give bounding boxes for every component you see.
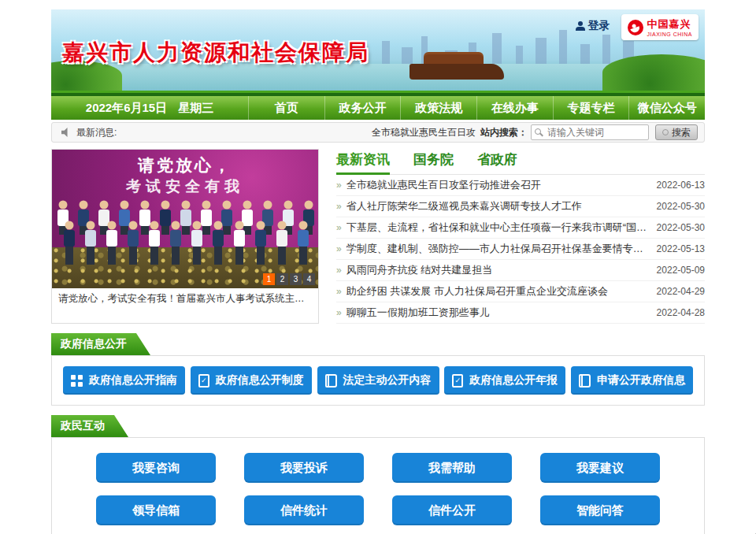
- search-button[interactable]: 搜索: [655, 124, 698, 140]
- button-request-disclosure[interactable]: 申请公开政府信息: [571, 366, 693, 395]
- logo-title: 中国嘉兴: [647, 17, 692, 32]
- login-label: 登录: [588, 19, 610, 33]
- button-suggest[interactable]: 我要建议: [540, 453, 660, 483]
- button-need-help[interactable]: 我需帮助: [392, 453, 512, 483]
- ticker-label: 最新消息:: [76, 126, 117, 139]
- carousel-people-graphic: [52, 184, 318, 277]
- main-nav: 2022年6月15日星期三 首页 政务公开 政策法规 在线办事 专题专栏 微信公…: [51, 93, 705, 120]
- nav-item-special-columns[interactable]: 专题专栏: [553, 96, 629, 120]
- photo-carousel: 请党放心， 考试安全有我 1 2 3 4 请党放心，考试安全有我！首届嘉兴市人事…: [51, 149, 319, 324]
- pager-dot-4[interactable]: 4: [303, 273, 315, 285]
- button-letter-disclosure[interactable]: 信件公开: [392, 495, 512, 525]
- news-ticker-bar: 最新消息: 全市稳就业惠民生百日攻 站内搜索： 搜索: [51, 122, 705, 143]
- news-item[interactable]: » 省人社厅陈荣华二级巡视员来嘉兴调研专技人才工作 2022-05-30: [336, 196, 705, 217]
- header-banner: 嘉兴市人力资源和社会保障局 登录 中国嘉兴 JIAXING CHINA: [51, 9, 705, 93]
- search-icon: [662, 129, 669, 135]
- user-icon: [576, 21, 585, 31]
- ticker-scrolling-text[interactable]: 全市稳就业惠民生百日攻: [372, 126, 476, 139]
- button-info-system[interactable]: 政府信息公开制度: [191, 366, 312, 395]
- nav-item-gov-affairs[interactable]: 政务公开: [324, 96, 401, 120]
- tab-provincial-gov[interactable]: 省政府: [477, 150, 517, 174]
- login-link[interactable]: 登录: [576, 19, 610, 33]
- news-item[interactable]: » 聊聊五一假期加班工资那些事儿 2022-04-28: [336, 302, 705, 324]
- button-complain[interactable]: 我要投诉: [244, 453, 364, 483]
- pager-dot-1[interactable]: 1: [263, 273, 275, 285]
- nav-item-home[interactable]: 首页: [248, 96, 324, 120]
- nav-item-policies[interactable]: 政策法规: [400, 96, 476, 120]
- boat-graphic: [410, 64, 504, 80]
- site-title: 嘉兴市人力资源和社会保障局: [62, 38, 369, 68]
- carousel-caption[interactable]: 请党放心，考试安全有我！首届嘉兴市人事考试系统主题...: [52, 288, 318, 310]
- chevrons-icon: »: [336, 286, 342, 297]
- chevrons-icon: »: [336, 307, 342, 318]
- jiaxing-logo[interactable]: 中国嘉兴 JIAXING CHINA: [621, 14, 699, 40]
- document-check-icon: [198, 374, 209, 388]
- pager-dot-3[interactable]: 3: [290, 273, 302, 285]
- news-item[interactable]: » 助企纾困 共谋发展 市人力社保局召开重点企业交流座谈会 2022-04-29: [336, 281, 705, 302]
- news-item[interactable]: » 学制度、建机制、强防控——市人力社保局召开社保基金要情专题学习会 2022-…: [336, 239, 705, 260]
- search-input[interactable]: [531, 124, 649, 140]
- button-statutory-disclosure[interactable]: 法定主动公开内容: [317, 366, 439, 395]
- carousel-pager: 1 2 3 4: [263, 273, 315, 285]
- search-icon: [535, 128, 541, 135]
- chevrons-icon: »: [336, 243, 342, 254]
- button-smart-qa[interactable]: 智能问答: [540, 495, 660, 525]
- button-letter-stats[interactable]: 信件统计: [244, 495, 364, 525]
- chevrons-icon: »: [336, 265, 342, 276]
- news-item[interactable]: » 风雨同舟齐抗疫 结对共建显担当 2022-05-09: [336, 260, 705, 281]
- tree-graphic: [602, 54, 705, 91]
- book-icon: [579, 374, 591, 388]
- section-title-ribbon: 政民互动: [51, 415, 128, 437]
- document-check-icon: [452, 374, 463, 388]
- book-icon: [325, 374, 337, 388]
- chevrons-icon: »: [336, 201, 342, 212]
- chevrons-icon: »: [336, 222, 342, 233]
- logo-subtitle: JIAXING CHINA: [647, 32, 692, 37]
- site-search-label: 站内搜索：: [480, 126, 528, 139]
- news-item[interactable]: » 下基层、走流程，省社保和就业中心主任项薇一行来我市调研“国统”上线情况 20…: [336, 217, 705, 239]
- pager-dot-2[interactable]: 2: [276, 273, 288, 285]
- button-leader-mailbox[interactable]: 领导信箱: [96, 495, 216, 525]
- section-interaction: 政民互动 我要咨询 我要投诉 我需帮助 我要建议 领导信箱 信件统计 信件公开 …: [51, 415, 705, 534]
- speaker-icon: [61, 128, 72, 137]
- nav-item-online-services[interactable]: 在线办事: [476, 96, 553, 120]
- chevrons-icon: »: [336, 180, 342, 191]
- button-annual-report[interactable]: 政府信息公开年报: [444, 366, 565, 395]
- carousel-slide[interactable]: 请党放心， 考试安全有我 1 2 3 4: [52, 150, 318, 288]
- grid-icon: [71, 375, 83, 387]
- page-container: 嘉兴市人力资源和社会保障局 登录 中国嘉兴 JIAXING CHINA 2022…: [51, 0, 705, 534]
- nav-date: 2022年6月15日星期三: [51, 96, 248, 120]
- tab-state-council[interactable]: 国务院: [413, 150, 454, 174]
- button-consult[interactable]: 我要咨询: [96, 453, 216, 483]
- news-item[interactable]: » 全市稳就业惠民生百日攻坚行动推进会召开 2022-06-13: [336, 175, 705, 196]
- nav-item-wechat[interactable]: 微信公众号: [628, 96, 705, 120]
- news-tabs: 最新资讯 国务院 省政府: [336, 150, 705, 175]
- section-title-ribbon: 政府信息公开: [51, 333, 150, 355]
- section-info-disclosure: 政府信息公开 政府信息公开指南 政府信息公开制度 法定主动公开内容 政府信息公开…: [51, 333, 705, 406]
- news-panel: 最新资讯 国务院 省政府 » 全市稳就业惠民生百日攻坚行动推进会召开 2022-…: [336, 149, 705, 324]
- jiaxing-logo-icon: [628, 20, 643, 35]
- button-info-guide[interactable]: 政府信息公开指南: [63, 366, 185, 395]
- tab-latest-news[interactable]: 最新资讯: [336, 150, 390, 174]
